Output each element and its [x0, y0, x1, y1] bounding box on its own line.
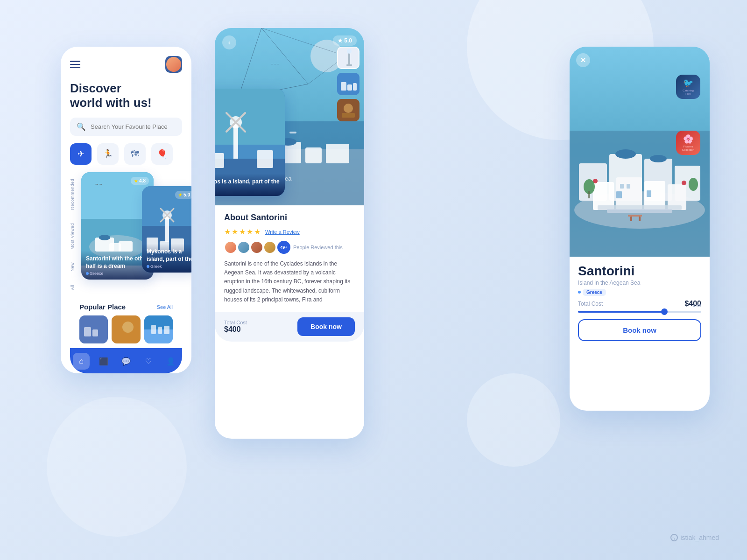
avatar[interactable] — [165, 56, 182, 73]
popular-img-3[interactable] — [144, 315, 173, 343]
thumbnail-strip — [337, 47, 359, 121]
phone3-place-name: Santorini — [578, 264, 701, 279]
nav-map[interactable]: ⬛ — [95, 353, 112, 370]
category-row: ✈ 🏃 🗺 🎈 — [70, 143, 182, 165]
svg-point-79 — [650, 155, 667, 162]
card-santorini-rating: ★ 4.8 — [131, 177, 149, 185]
svg-rect-96 — [616, 191, 622, 198]
phone1-header — [70, 56, 182, 73]
nav-profile[interactable]: 👤 — [162, 353, 179, 370]
cards-section: Recommended Most Viewed New All — [70, 172, 182, 296]
svg-rect-85 — [607, 209, 672, 213]
svg-rect-45 — [326, 144, 349, 163]
rating-badge: ★ 5.0 — [333, 35, 357, 46]
popular-img-2[interactable] — [112, 315, 140, 343]
book-now-button[interactable]: Book now — [297, 317, 355, 336]
back-button[interactable]: ‹ — [222, 35, 236, 49]
reviewer-count: 49+ — [277, 241, 290, 254]
svg-text:~ ~ ~: ~ ~ ~ — [271, 62, 280, 66]
nav-chat[interactable]: 💬 — [118, 353, 134, 370]
label-new: New — [70, 262, 75, 272]
about-title: About Santorini — [224, 213, 355, 223]
search-icon: 🔍 — [77, 122, 86, 131]
svg-point-89 — [682, 181, 686, 185]
svg-rect-87 — [627, 184, 630, 189]
reviewer-avatar-3 — [250, 241, 263, 254]
svg-rect-47 — [289, 132, 296, 133]
reviewer-avatar-4 — [263, 241, 276, 254]
close-button[interactable]: ✕ — [576, 53, 590, 67]
svg-rect-93 — [628, 215, 642, 217]
phone2: ~ ~ ~ ‹ ★ 5.0 — [215, 28, 364, 439]
svg-rect-86 — [620, 184, 624, 189]
phone2-details: About Santorini ★★★★★ Write a Review 49+… — [215, 205, 364, 312]
stars: ★★★★★ — [224, 227, 261, 236]
phone3-location: Greece — [578, 289, 701, 296]
svg-rect-97 — [647, 190, 651, 197]
category-flights[interactable]: ✈ — [70, 143, 92, 165]
bottom-nav: ⌂ ⬛ 💬 ♡ 👤 — [70, 348, 182, 373]
page-title: Discover world with us! — [70, 81, 182, 110]
reviewer-avatar-1 — [224, 241, 237, 254]
side-labels: Recommended Most Viewed New All — [70, 172, 78, 296]
svg-rect-58 — [342, 113, 355, 118]
menu-icon[interactable] — [70, 61, 80, 68]
svg-rect-28 — [164, 326, 169, 334]
price-slider[interactable]: 4:35 — [578, 311, 701, 313]
svg-rect-91 — [588, 191, 590, 198]
search-input[interactable] — [91, 123, 176, 130]
phone3-cost-row: Total Cost $400 — [578, 300, 701, 308]
phone3-book-button[interactable]: Book now — [578, 319, 701, 341]
card-mykonos-rating: ★ 5.0 — [175, 191, 191, 199]
card-mykonos-info: Mykonos is a island, part of the Greek — [142, 244, 191, 273]
svg-point-57 — [344, 104, 353, 113]
see-all-link[interactable]: See All — [157, 304, 173, 310]
label-recommended: Recommended — [70, 179, 75, 210]
category-maps[interactable]: 🗺 — [124, 143, 146, 165]
phone1: Discover world with us! 🔍 ✈ 🏃 🗺 🎈 Recomm… — [61, 47, 191, 373]
svg-rect-53 — [341, 82, 346, 91]
thumbnail-2[interactable] — [337, 73, 359, 95]
phone3-bottom: Santorini Island in the Aegean Sea Greec… — [570, 257, 710, 346]
nav-home[interactable]: ⌂ — [73, 353, 90, 370]
svg-rect-21 — [92, 329, 98, 336]
card-mykonos[interactable]: ★ 5.0 Mykonos is a island, part of the G… — [142, 186, 191, 273]
mykonos-card-info: Mykonos is a island, part of the Greek — [215, 174, 285, 196]
svg-point-23 — [122, 322, 134, 333]
category-hiking[interactable]: 🏃 — [97, 143, 119, 165]
svg-rect-20 — [84, 327, 91, 336]
cards-area: ~ ~ ★ 4.8 Santorini with the other half … — [81, 172, 182, 296]
watermark: ○ istiak_ahmed — [670, 534, 719, 541]
svg-point-50 — [347, 49, 352, 54]
reviewers-row: 49+ People Reviewed this — [224, 241, 355, 254]
svg-rect-60 — [215, 89, 285, 145]
cost-section: Total Cost $400 — [224, 320, 247, 334]
svg-text:~ ~: ~ ~ — [95, 182, 102, 187]
svg-rect-27 — [158, 327, 162, 334]
popular-images — [79, 315, 173, 343]
label-all: All — [70, 285, 75, 290]
svg-rect-44 — [305, 147, 322, 163]
category-balloons[interactable]: 🎈 — [151, 143, 173, 165]
book-bar: Total Cost $400 Book now — [215, 312, 364, 342]
mykonos-overlay-card[interactable]: ★ 5.0 Mykonos is a island, part of the G… — [215, 89, 285, 196]
popular-title: Popular Place — [79, 303, 126, 311]
star-icon: ★ — [338, 37, 343, 44]
popular-section: Popular Place See All — [70, 296, 182, 348]
popular-img-1[interactable] — [79, 315, 108, 343]
label-most-viewed: Most Viewed — [70, 223, 75, 250]
app-icon-catching-fish[interactable]: 🐦 Catching Fish — [676, 75, 700, 99]
svg-rect-95 — [639, 217, 641, 221]
thumbnail-1[interactable] — [337, 47, 359, 69]
app-icon-flowers[interactable]: 🌸 Flowers Collection — [676, 131, 700, 155]
svg-point-78 — [615, 149, 636, 159]
thumbnail-3[interactable] — [337, 99, 359, 121]
search-bar[interactable]: 🔍 — [70, 118, 182, 136]
phone3: ✕ 🐦 Catching Fish 🌸 Flowers Collection — [570, 47, 710, 411]
svg-rect-55 — [353, 83, 357, 91]
watermark-icon: ○ — [670, 534, 678, 541]
svg-rect-70 — [257, 150, 273, 168]
svg-rect-94 — [630, 217, 632, 221]
nav-heart[interactable]: ♡ — [140, 353, 157, 370]
write-review-link[interactable]: Write a Review — [265, 229, 300, 235]
